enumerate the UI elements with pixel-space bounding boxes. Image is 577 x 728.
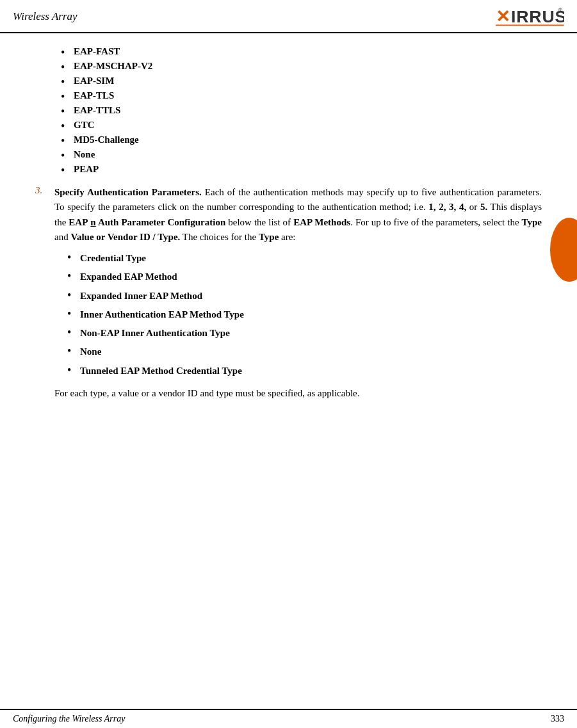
page-header: Wireless Array ✕IRRUS ® — [0, 0, 577, 33]
main-content: EAP-FAST EAP-MSCHAP-V2 EAP-SIM EAP-TLS E… — [0, 33, 577, 429]
list-item: MD5-Challenge — [61, 134, 542, 145]
inline-text-1: or — [466, 202, 480, 212]
list-item: EAP-TLS — [61, 90, 542, 101]
top-bullet-list: EAP-FAST EAP-MSCHAP-V2 EAP-SIM EAP-TLS E… — [61, 46, 542, 175]
inline-bold-2: 5. — [480, 202, 487, 212]
inline-auth-param: Auth Parameter Configuration — [96, 217, 226, 227]
section-title: Specify Authentication Parameters. — [54, 187, 202, 197]
inline-eap: EAP — [69, 217, 88, 227]
inline-text-4: . For up to five of the parameters, sele… — [350, 217, 521, 227]
section-number: 3. — [35, 185, 54, 407]
page-footer: Configuring the Wireless Array 333 — [0, 709, 577, 728]
logo-container: ✕IRRUS ® — [496, 6, 564, 27]
xirrus-logo: ✕IRRUS ® — [496, 6, 564, 27]
list-item: EAP-SIM — [61, 76, 542, 86]
list-item: None — [67, 344, 542, 359]
inline-text-6: The choices for the — [180, 232, 259, 242]
inner-bullet-list: Credential Type Expanded EAP Method Expa… — [67, 251, 542, 378]
section-paragraph: Specify Authentication Parameters. Each … — [54, 185, 542, 245]
inline-type-2: Type — [259, 232, 279, 242]
list-item: Credential Type — [67, 251, 542, 266]
list-item: Non-EAP Inner Authentication Type — [67, 326, 542, 341]
inline-n: n — [90, 217, 95, 227]
list-item: EAP-TTLS — [61, 105, 542, 116]
list-item: Expanded EAP Method — [67, 270, 542, 284]
list-item: None — [61, 149, 542, 160]
svg-text:®: ® — [558, 7, 563, 13]
inline-text-5: and — [54, 232, 70, 242]
svg-text:✕IRRUS: ✕IRRUS — [496, 7, 564, 26]
inline-bold-1: 1, 2, 3, 4, — [428, 202, 466, 212]
footer-right: 333 — [551, 714, 564, 724]
list-item: EAP-MSCHAP-V2 — [61, 61, 542, 72]
list-item: Inner Authentication EAP Method Type — [67, 307, 542, 322]
list-item: Tunneled EAP Method Credential Type — [67, 364, 542, 378]
footer-left: Configuring the Wireless Array — [13, 714, 125, 724]
closing-text: For each type, a value or a vendor ID an… — [54, 386, 542, 401]
inline-eap-methods: EAP Methods — [293, 217, 350, 227]
inline-value-vendor: Value or Vendor ID / Type. — [70, 232, 180, 242]
list-item: PEAP — [61, 164, 542, 175]
inline-type-1: Type — [522, 217, 542, 227]
inline-text-3: below the list of — [225, 217, 293, 227]
numbered-section-3: 3. Specify Authentication Parameters. Ea… — [35, 185, 542, 407]
section-body: Specify Authentication Parameters. Each … — [54, 185, 542, 407]
list-item: GTC — [61, 120, 542, 131]
header-title: Wireless Array — [13, 10, 77, 23]
list-item: Expanded Inner EAP Method — [67, 289, 542, 303]
list-item: EAP-FAST — [61, 46, 542, 57]
inline-text-7: are: — [279, 232, 295, 242]
